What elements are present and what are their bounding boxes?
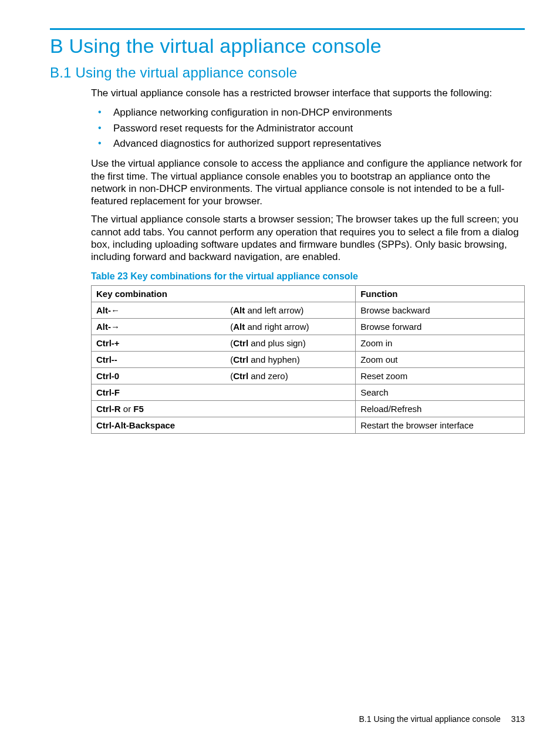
body-paragraph: Use the virtual appliance console to acc… [91,157,525,207]
col-function: Function [356,286,525,302]
key-description-cell: (Ctrl and hyphen) [225,352,355,368]
table-row: Ctrl-R or F5Reload/Refresh [92,401,525,417]
function-cell: Reload/Refresh [356,401,525,417]
function-cell: Search [356,384,525,401]
key-description-cell: (Alt and right arrow) [225,319,355,335]
function-cell: Zoom out [356,352,525,368]
key-combination-cell: Ctrl-- [92,352,226,368]
function-cell: Browse forward [356,319,525,335]
table-row: Ctrl-FSearch [92,384,525,401]
intro-paragraph: The virtual appliance console has a rest… [91,87,525,99]
page-number: 313 [511,714,525,724]
key-combination-cell: Ctrl-Alt-Backspace [92,417,226,434]
function-cell: Browse backward [356,302,525,319]
table-header-row: Key combination Function [92,286,525,302]
key-combination-cell: Ctrl-R or F5 [92,401,226,417]
body-block: The virtual appliance console has a rest… [91,87,525,434]
table-row: Ctrl-0(Ctrl and zero)Reset zoom [92,368,525,384]
key-combination-cell: Alt-← [92,302,226,319]
table-row: Ctrl--(Ctrl and hyphen)Zoom out [92,352,525,368]
key-description-cell: (Ctrl and plus sign) [225,335,355,352]
table-row: Ctrl-+(Ctrl and plus sign)Zoom in [92,335,525,352]
key-description-cell [225,384,355,401]
footer-section-label: B.1 Using the virtual appliance console [359,714,500,724]
list-item: Advanced diagnostics for authorized supp… [91,136,525,151]
table-row: Alt-→(Alt and right arrow)Browse forward [92,319,525,335]
function-cell: Restart the browser interface [356,417,525,434]
appendix-title: B Using the virtual appliance console [50,35,525,58]
list-item: Appliance networking configuration in no… [91,105,525,120]
key-description-cell: (Ctrl and zero) [225,368,355,384]
table-row: Ctrl-Alt-BackspaceRestart the browser in… [92,417,525,434]
table-caption: Table 23 Key combinations for the virtua… [91,271,525,282]
key-combination-cell: Ctrl-F [92,384,226,401]
body-paragraph: The virtual appliance console starts a b… [91,213,525,263]
function-cell: Zoom in [356,335,525,352]
key-description-cell [225,417,355,434]
list-item: Password reset requests for the Administ… [91,121,525,136]
key-description-cell [225,401,355,417]
table-row: Alt-←(Alt and left arrow)Browse backward [92,302,525,319]
key-combination-cell: Ctrl-0 [92,368,226,384]
page-footer: B.1 Using the virtual appliance console … [359,714,525,724]
top-rule [50,28,525,30]
section-title: B.1 Using the virtual appliance console [50,65,525,81]
key-description-cell: (Alt and left arrow) [225,302,355,319]
key-combination-cell: Alt-→ [92,319,226,335]
col-key-combination: Key combination [92,286,356,302]
key-combination-cell: Ctrl-+ [92,335,226,352]
function-cell: Reset zoom [356,368,525,384]
key-combinations-table: Key combination Function Alt-←(Alt and l… [91,285,525,434]
bullet-list: Appliance networking configuration in no… [91,105,525,151]
page-content: B Using the virtual appliance console B.… [0,0,560,434]
